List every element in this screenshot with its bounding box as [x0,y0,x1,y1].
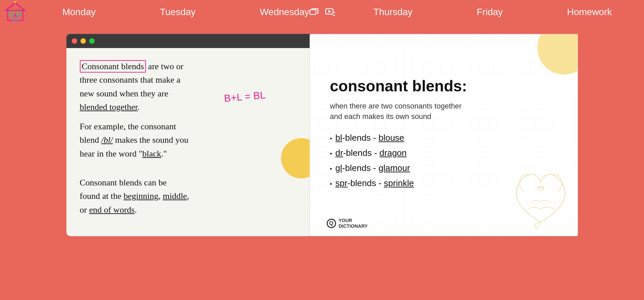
glamour-word: glamour [378,163,410,173]
browser-titlebar [66,34,313,48]
paragraph-positions: Consonant blends can be found at the beg… [80,176,300,217]
nav-wednesday[interactable]: Wednesday [253,0,316,24]
deco-circle-top-right [537,34,578,75]
sprinkle-word: sprinkle [384,178,414,188]
nav-homework[interactable]: Homework [560,0,619,24]
list-item-gl: • gl-blends - glamour [330,163,557,173]
svg-point-11 [332,12,335,15]
black-word: black [142,149,161,159]
list-item-dr: • dr-blends - dragon [330,148,557,158]
paragraph-definition: Consonant blends are two orthree consona… [80,60,300,114]
traffic-light-minimize[interactable] [80,38,86,44]
list-item-spr: • spr-blends - sprinkle [330,178,557,188]
top-navigation: A Monday Tuesday Wednesday Thursday Frid… [0,0,644,24]
text-body: Consonant blends are two orthree consona… [80,60,300,217]
end-text: end of words [89,205,135,215]
slide-subtitle: when there are two consonants togetheran… [330,101,557,122]
list-item-bl: • bl-blends - blouse [330,133,557,143]
svg-rect-3 [17,12,21,16]
svg-text:A: A [13,13,16,18]
nav-icon-buttons [308,6,336,18]
slide-title: consonant blends: [330,77,557,95]
browser-text-content: Consonant blends are two orthree consona… [66,48,313,236]
logo-text: YOUR DICTIONARY [339,218,368,229]
yourdictionary-logo: Q YOUR DICTIONARY [327,218,368,229]
logo: A [0,0,30,24]
nav-thursday[interactable]: Thursday [367,0,419,24]
logo-q-icon: Q [327,219,336,228]
logo-icon: A [4,1,26,23]
svg-marker-10 [328,10,331,13]
browser-window: Consonant blends are two orthree consona… [66,34,313,236]
restore-window-icon[interactable] [308,6,320,18]
slide-list: • bl-blends - blouse • dr-blends - drago… [330,133,557,188]
beginning-text: beginning [123,191,158,201]
dr-blend: dr [335,148,343,158]
traffic-light-close[interactable] [72,38,77,44]
main-content: Consonant blends are two orthree consona… [0,24,644,300]
traffic-light-maximize[interactable] [89,38,95,44]
nav-items: Monday Tuesday Wednesday Thursday Friday… [30,0,644,24]
svg-marker-1 [6,3,24,10]
slide-content-body: consonant blends: when there are two con… [330,77,557,193]
svg-rect-2 [9,12,14,16]
blended-together-text: blended together [80,102,138,112]
middle-text: middle [163,191,187,201]
nav-monday[interactable]: Monday [56,0,103,24]
content-container: Consonant blends are two orthree consona… [66,31,578,236]
paragraph-example: For example, the consonant blend /bl/ ma… [80,120,300,161]
bl-blend: bl [335,133,342,143]
definition-boxed-text: Consonant blends [80,60,146,73]
blouse-word: blouse [378,133,404,143]
nav-friday[interactable]: Friday [470,0,509,24]
dragon-word: dragon [379,148,407,158]
nav-tuesday[interactable]: Tuesday [153,0,202,24]
gl-blend: gl [335,163,342,173]
svg-rect-8 [310,10,316,14]
play-video-icon[interactable] [324,6,336,18]
bl-phoneme: /bl/ [101,135,113,145]
slide-panel: consonant blends: when there are two con… [310,34,578,236]
spr-blend: spr [335,178,347,188]
